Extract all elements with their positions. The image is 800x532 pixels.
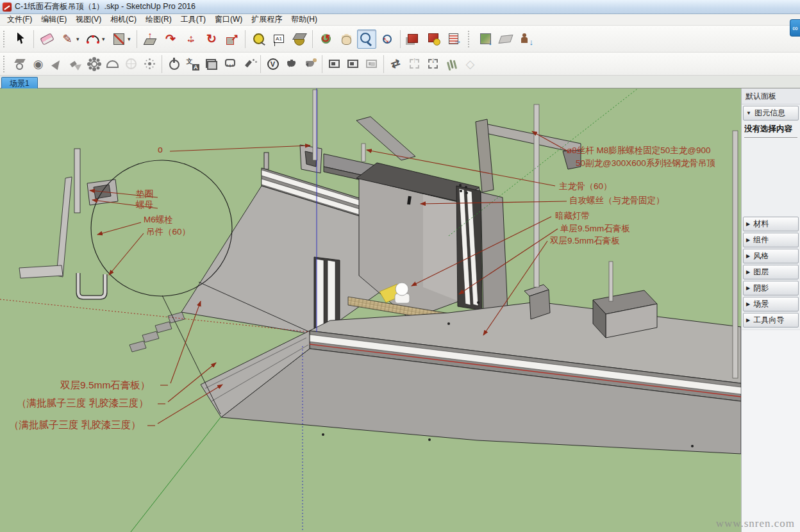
share-button[interactable]: ∞ — [790, 19, 800, 37]
toggle-terrain-button[interactable] — [496, 29, 515, 49]
zoom-extents-icon — [380, 32, 394, 46]
pan-tool-button[interactable] — [337, 29, 356, 49]
section-scenes[interactable]: 场景 — [743, 297, 799, 312]
sketchup-logo-icon — [3, 3, 12, 12]
batch-render-button[interactable] — [344, 55, 362, 72]
menu-draw[interactable]: 绘图(R) — [141, 13, 176, 26]
orbit-tool-button[interactable] — [316, 29, 335, 49]
arc-tool-button[interactable] — [83, 29, 103, 49]
comment-button[interactable] — [221, 55, 238, 72]
section-shadows[interactable]: 阴影 — [743, 281, 799, 295]
section-label: 场景 — [753, 299, 769, 310]
ies-light-button[interactable] — [67, 55, 84, 72]
menu-edit[interactable]: 编辑(E) — [37, 13, 71, 26]
point-light-button[interactable] — [141, 55, 158, 72]
rotate-tool-button[interactable] — [202, 29, 221, 49]
swap-arrows-icon — [389, 57, 403, 71]
follow-me-button[interactable] — [161, 29, 180, 49]
ceiling-light-icon — [13, 57, 27, 71]
dome-light-button[interactable] — [104, 55, 121, 72]
arc-dropdown-icon[interactable] — [102, 36, 108, 42]
spot-light-button[interactable] — [48, 55, 65, 72]
fur-button[interactable] — [443, 55, 460, 72]
proxy-export-button[interactable] — [424, 55, 442, 72]
add-location-button[interactable] — [476, 29, 495, 49]
frame-buffer-icon — [329, 60, 340, 68]
line-tool-button[interactable] — [58, 29, 77, 49]
paint-bucket-button[interactable] — [290, 29, 309, 49]
spot-light-icon — [69, 57, 83, 71]
vray-button[interactable] — [264, 55, 281, 72]
sphere-light-icon — [31, 57, 46, 71]
line-dropdown-icon[interactable] — [76, 36, 83, 42]
section-label: 组件 — [753, 235, 769, 245]
shape-dropdown-icon[interactable] — [128, 36, 134, 42]
shape-tool-button[interactable] — [109, 29, 128, 49]
section-layers[interactable]: 图层 — [743, 265, 799, 279]
power-button[interactable] — [165, 55, 183, 72]
menu-tools[interactable]: 工具(T) — [176, 13, 210, 26]
translate-icon — [186, 57, 200, 71]
select-icon — [13, 32, 28, 46]
menu-help[interactable]: 帮助(H) — [287, 13, 322, 26]
toolbar-grip[interactable] — [3, 56, 8, 72]
sketchup-window: C-1纸面石膏板吊顶（1）.skp - SketchUp Pro 2016 文件… — [0, 0, 800, 532]
windows-icon — [204, 57, 219, 71]
select-tool-button[interactable] — [11, 29, 30, 49]
menu-view[interactable]: 视图(V) — [71, 13, 106, 26]
annotation-washer: 垫圈 — [136, 188, 153, 200]
expand-arrow-icon — [746, 269, 750, 275]
globe-light-button[interactable] — [122, 55, 140, 72]
photo-textures-button[interactable] — [517, 29, 536, 49]
toolbar-separator — [322, 55, 322, 73]
toolbar-grip[interactable] — [3, 31, 8, 47]
eraser-tool-button[interactable] — [37, 29, 56, 49]
section-styles[interactable]: 风格 — [743, 249, 799, 263]
locked-render-button[interactable] — [363, 55, 380, 72]
zoom-tool-button[interactable] — [357, 29, 376, 49]
translate-button[interactable] — [184, 55, 201, 72]
orbit-icon — [319, 32, 333, 46]
section-components[interactable]: 组件 — [743, 233, 799, 247]
interactive-render-button[interactable] — [301, 55, 319, 72]
tape-measure-button[interactable] — [249, 29, 268, 49]
menu-window[interactable]: 窗口(W) — [210, 13, 247, 26]
toolbar-separator — [33, 30, 34, 48]
zoom-extents-button[interactable] — [378, 29, 397, 49]
section-instructor[interactable]: 工具向导 — [743, 313, 799, 328]
section-label: 图元信息 — [754, 108, 785, 119]
red-tool-2-button[interactable] — [424, 29, 444, 49]
red-tool-3-button[interactable] — [445, 29, 464, 49]
omni-light-button[interactable] — [85, 55, 103, 72]
text-tool-button[interactable] — [269, 29, 288, 49]
model-viewport[interactable]: o 垫圈 螺母 M6螺栓 吊件（60） ø8丝杆 M8膨胀螺栓固定50主龙@90… — [0, 88, 741, 532]
sphere-light-button[interactable] — [29, 55, 47, 72]
render-button[interactable] — [283, 55, 300, 72]
pencil-icon — [60, 32, 74, 46]
infinite-plane-button[interactable] — [462, 55, 479, 72]
push-pull-icon — [143, 32, 157, 46]
red-tool-1-button[interactable] — [404, 29, 423, 49]
menu-extensions[interactable]: 扩展程序 — [247, 13, 287, 26]
vray-logo-icon — [267, 58, 279, 70]
plugin-toolbar — [0, 53, 800, 76]
windows-button[interactable] — [203, 55, 220, 72]
move-tool-button[interactable] — [181, 29, 201, 49]
ceiling-light-button[interactable] — [11, 55, 28, 72]
spray-button[interactable] — [240, 55, 257, 72]
swap-geometry-button[interactable] — [387, 55, 404, 72]
menu-camera[interactable]: 相机(C) — [106, 13, 141, 26]
menu-file[interactable]: 文件(F) — [3, 13, 37, 26]
omni-light-icon — [87, 57, 101, 71]
section-label: 图层 — [753, 267, 769, 278]
toolbar-separator — [162, 55, 162, 73]
section-entity-info[interactable]: 图元信息 — [743, 106, 799, 121]
section-materials[interactable]: 材料 — [743, 217, 799, 231]
toolbar-grip[interactable] — [468, 31, 472, 47]
frame-buffer-button[interactable] — [326, 55, 343, 72]
scale-tool-button[interactable] — [222, 29, 242, 49]
move-icon — [184, 32, 198, 46]
proxy-import-button[interactable] — [406, 55, 423, 72]
push-pull-button[interactable] — [140, 29, 160, 49]
toolbar-separator — [383, 55, 384, 73]
